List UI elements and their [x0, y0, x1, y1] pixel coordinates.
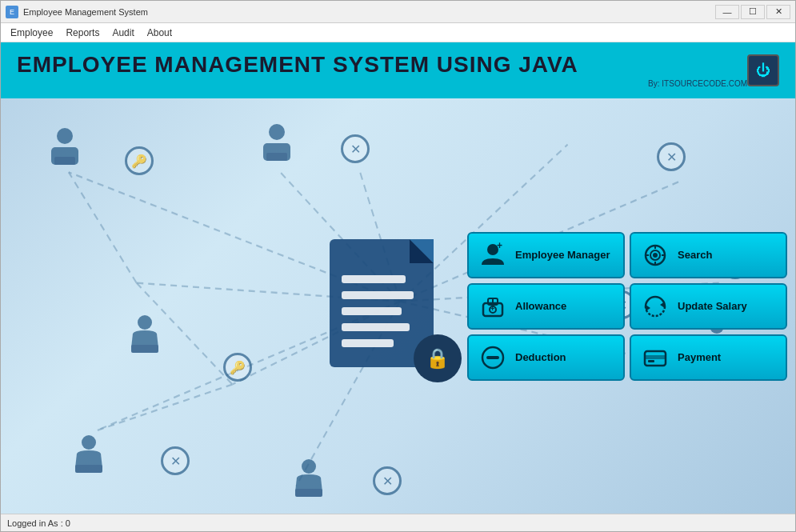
- svg-rect-19: [266, 153, 287, 161]
- svg-point-44: [653, 253, 658, 258]
- svg-line-11: [69, 172, 137, 282]
- allowance-button[interactable]: + Allowance: [467, 283, 625, 330]
- svg-text:+: +: [497, 242, 502, 251]
- svg-rect-23: [75, 465, 102, 473]
- status-bar: Logged in As : 0: [1, 514, 795, 531]
- payment-label: Payment: [678, 351, 721, 363]
- svg-point-24: [302, 459, 316, 474]
- update-salary-label: Update Salary: [678, 300, 747, 312]
- central-document: 🔒: [322, 223, 450, 374]
- power-button[interactable]: ⏻: [747, 54, 779, 86]
- search-button[interactable]: Search: [630, 232, 787, 278]
- app-icon: E: [6, 6, 18, 18]
- deduction-icon: [478, 343, 507, 372]
- svg-rect-31: [342, 275, 406, 283]
- status-text: Logged in As : 0: [7, 518, 70, 528]
- close-button[interactable]: ✕: [766, 5, 790, 19]
- node-person-3: [125, 314, 165, 362]
- svg-rect-33: [342, 307, 402, 315]
- main-area: .dline { stroke: #2a5f8a; stroke-width: …: [1, 98, 795, 514]
- menu-item-employee[interactable]: Employee: [4, 26, 59, 40]
- svg-point-17: [269, 124, 285, 140]
- svg-rect-34: [342, 323, 410, 331]
- svg-rect-16: [54, 157, 75, 165]
- search-label: Search: [678, 249, 712, 261]
- svg-point-14: [57, 128, 73, 144]
- deduction-label: Deduction: [515, 351, 566, 363]
- node-key-1: 🔑: [125, 146, 154, 175]
- update-salary-icon: [641, 292, 670, 321]
- menu-item-about[interactable]: About: [141, 26, 178, 40]
- app-header: EMPLOYEE MANAGEMENT SYSTEM USING JAVA By…: [1, 42, 795, 98]
- node-x-1: ✕: [341, 134, 370, 163]
- node-person-4: [69, 434, 109, 482]
- button-row-2: + Allowance Update Salary: [467, 283, 787, 330]
- employee-manager-icon: +: [478, 241, 507, 270]
- menu-bar: Employee Reports Audit About: [1, 23, 795, 42]
- button-row-1: + Employee Manager: [467, 232, 787, 278]
- svg-rect-21: [131, 345, 158, 353]
- svg-text:+: +: [490, 305, 494, 313]
- svg-rect-55: [645, 355, 666, 359]
- lock-badge: 🔒: [414, 334, 462, 382]
- menu-item-reports[interactable]: Reports: [59, 26, 106, 40]
- allowance-label: Allowance: [515, 300, 566, 312]
- app-subtitle: By: ITSOURCECODE.COM: [17, 79, 747, 88]
- employee-manager-label: Employee Manager: [515, 249, 610, 261]
- title-bar: E Employee Management System — ☐ ✕: [1, 1, 795, 23]
- window-title: Employee Management System: [23, 7, 715, 17]
- update-salary-button[interactable]: Update Salary: [630, 283, 787, 330]
- minimize-button[interactable]: —: [715, 5, 739, 19]
- svg-marker-50: [660, 302, 665, 308]
- node-person-2: [257, 122, 297, 170]
- maximize-button[interactable]: ☐: [741, 5, 765, 19]
- deduction-button[interactable]: Deduction: [467, 334, 625, 381]
- svg-marker-51: [646, 305, 650, 311]
- node-x-6: ✕: [373, 466, 402, 495]
- search-icon: [641, 241, 670, 270]
- svg-rect-56: [648, 360, 654, 362]
- payment-icon: [641, 343, 670, 372]
- svg-rect-53: [486, 356, 499, 359]
- action-panel: + Employee Manager: [459, 224, 795, 389]
- svg-point-22: [82, 435, 96, 450]
- menu-item-audit[interactable]: Audit: [106, 26, 140, 40]
- node-x-5: ✕: [161, 446, 190, 475]
- svg-line-13: [97, 385, 233, 431]
- svg-rect-25: [295, 489, 322, 497]
- node-person-5: [289, 458, 329, 506]
- svg-point-20: [138, 315, 152, 330]
- allowance-icon: +: [478, 292, 507, 321]
- header-title-block: EMPLOYEE MANAGEMENT SYSTEM USING JAVA By…: [17, 53, 747, 88]
- button-row-3: Deduction Payment: [467, 334, 787, 381]
- window-controls: — ☐ ✕: [715, 5, 790, 19]
- employee-manager-button[interactable]: + Employee Manager: [467, 232, 625, 278]
- svg-rect-35: [342, 339, 394, 347]
- svg-rect-32: [342, 291, 414, 299]
- node-key-2: 🔑: [223, 353, 252, 382]
- app-title: EMPLOYEE MANAGEMENT SYSTEM USING JAVA: [17, 53, 747, 78]
- node-person-1: [45, 126, 85, 174]
- payment-button[interactable]: Payment: [630, 334, 787, 381]
- node-x-2: ✕: [657, 142, 686, 171]
- main-window: E Employee Management System — ☐ ✕ Emplo…: [0, 0, 796, 532]
